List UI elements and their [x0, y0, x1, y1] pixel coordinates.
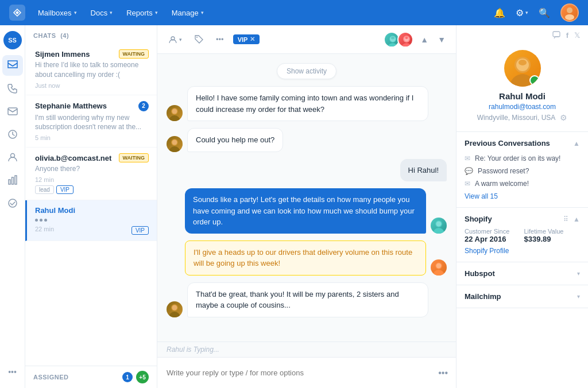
shopify-profile-link[interactable]: Shopify Profile	[465, 247, 580, 255]
svg-point-23	[169, 146, 180, 152]
notification-bell-button[interactable]: 🔔	[490, 3, 509, 22]
view-all-link[interactable]: View all 15	[465, 192, 580, 200]
email-icon-1: ✉	[465, 154, 470, 162]
shopify-section: Shopify ⠿ ▲ Customer Since 22 Apr 2016 L…	[457, 208, 588, 262]
chat-item-sijmen[interactable]: Sijmen Immens WAITING Hi there I'd like …	[25, 44, 157, 95]
location-settings-icon[interactable]: ⚙	[560, 113, 567, 122]
nav-manage[interactable]: Manage ▾	[166, 5, 210, 21]
svg-point-1	[565, 14, 574, 20]
show-activity-button[interactable]: Show activity	[277, 63, 336, 79]
nav-mailboxes[interactable]: Mailboxes ▾	[32, 5, 83, 21]
reply-bar: •••	[157, 357, 456, 388]
shopify-header[interactable]: Shopify ⠿ ▲	[465, 215, 580, 223]
customer-avatar	[167, 105, 183, 121]
prev-chat-button[interactable]: ▲	[418, 33, 431, 46]
mailchimp-section[interactable]: Mailchimp ▾	[457, 285, 588, 308]
user-initials-avatar[interactable]: SS	[3, 31, 22, 49]
agent-avatars	[384, 32, 413, 48]
mailchimp-chevron-icon: ▾	[577, 293, 580, 300]
messages-area[interactable]: Show activity Hello! I have some family …	[157, 54, 456, 342]
sidebar-icon-inbox[interactable]	[2, 55, 23, 76]
gear-icon: ⚙	[516, 7, 524, 18]
shopify-collapse-icon[interactable]: ▲	[573, 215, 580, 223]
chat-area: ▾ ••• VIP ✕	[157, 25, 456, 388]
chat-icon-2: 💬	[465, 167, 473, 175]
message-row: Could you help me out?	[167, 128, 447, 152]
svg-point-29	[433, 270, 444, 276]
sidebar-icon-phone[interactable]	[2, 78, 23, 99]
rahul-vip-tag: VIP	[131, 226, 149, 235]
unread-count-badge: 2	[138, 101, 149, 111]
profile-email[interactable]: rahulmodi@toast.com	[489, 103, 556, 111]
svg-point-16	[401, 43, 412, 48]
typing-dots	[35, 216, 149, 224]
collapse-icon[interactable]: ▲	[573, 139, 580, 148]
svg-rect-35	[553, 32, 560, 37]
svg-point-31	[436, 263, 442, 268]
top-navigation: Mailboxes ▾ Docs ▾ Reports ▾ Manage ▾ 🔔 …	[0, 0, 588, 25]
message-bubble-blue: Sounds like a party! Let's get the detai…	[185, 188, 426, 234]
lead-tag: lead	[35, 185, 54, 194]
typing-dot-3	[44, 219, 47, 222]
svg-point-20	[169, 115, 180, 121]
vip-filter-badge: VIP ✕	[233, 34, 260, 44]
facebook-icon[interactable]: f	[566, 31, 568, 41]
chat-icon[interactable]	[552, 31, 560, 41]
sidebar-icon-email[interactable]	[2, 101, 23, 122]
chat-item-rahul[interactable]: Rahul Modi 22 min VIP	[25, 200, 157, 241]
user-avatar[interactable]	[560, 3, 579, 22]
prev-conv-item-2[interactable]: 💬 Password reset?	[465, 165, 580, 177]
settings-button[interactable]: ⚙ ▾	[516, 7, 528, 18]
svg-point-34	[172, 305, 177, 310]
waiting-badge-olivia: WAITING	[119, 153, 149, 162]
nav-reports[interactable]: Reports ▾	[121, 5, 164, 21]
twitter-icon[interactable]: 𝕏	[574, 31, 580, 41]
chat-item-stephanie[interactable]: Stephanie Matthews 2 I'm still wondering…	[25, 95, 157, 148]
chats-panel: CHATS (4) Sijmen Immens WAITING Hi there…	[25, 25, 157, 388]
previous-conversations-header[interactable]: Previous Conversations ▲	[465, 139, 580, 148]
sidebar-more-button[interactable]: •••	[2, 362, 23, 382]
message-bubble-outgoing: Hi Rahul!	[400, 159, 447, 182]
agent2-avatar	[431, 259, 447, 276]
main-layout: SS	[0, 25, 588, 388]
svg-point-15	[391, 36, 394, 39]
svg-point-9	[9, 199, 17, 207]
assigned-section: ASSIGNED 1 +5	[25, 366, 157, 388]
message-bubble: Could you help me out?	[187, 128, 283, 152]
sidebar-icon-person[interactable]	[2, 147, 23, 168]
sidebar-icon-chart[interactable]	[2, 170, 23, 191]
profile-name: Rahul Modi	[499, 91, 546, 101]
settings-chevron-icon: ▾	[525, 10, 528, 15]
reply-input[interactable]	[167, 368, 432, 377]
chat-item-olivia[interactable]: olivia.b@comcast.net WAITING Anyone ther…	[25, 148, 157, 200]
waiting-badge: WAITING	[119, 49, 149, 59]
prev-conv-item-3[interactable]: ✉ A warm welcome!	[465, 177, 580, 190]
more-options-button[interactable]: •••	[212, 33, 227, 46]
chevron-down-icon: ▾	[179, 37, 182, 42]
svg-point-11	[196, 37, 198, 38]
reply-more-button[interactable]: •••	[438, 368, 448, 378]
chats-title: CHATS (4)	[33, 32, 69, 39]
profile-header: Rahul Modi rahulmodi@toast.com Windyvill…	[457, 41, 588, 132]
app-logo[interactable]	[9, 5, 25, 21]
message-bubble-alert: I'll give a heads up to our drivers that…	[185, 240, 426, 276]
svg-point-32	[169, 312, 180, 317]
hubspot-section[interactable]: Hubspot ▾	[457, 262, 588, 285]
chats-header: CHATS (4)	[25, 25, 157, 44]
prev-conv-item-1[interactable]: ✉ Re: Your order is on its way!	[465, 152, 580, 165]
next-chat-button[interactable]: ▼	[435, 33, 448, 46]
vip-close-button[interactable]: ✕	[250, 36, 255, 43]
sidebar-icon-check[interactable]	[2, 193, 23, 214]
svg-point-25	[172, 139, 177, 145]
svg-rect-3	[8, 108, 17, 115]
svg-point-22	[172, 109, 177, 114]
tag-button[interactable]	[191, 33, 207, 46]
svg-rect-7	[11, 177, 13, 184]
assign-button[interactable]: ▾	[165, 33, 185, 46]
typing-indicator: Rahul is Typing...	[157, 342, 456, 357]
profile-avatar	[504, 50, 541, 87]
search-button[interactable]: 🔍	[535, 3, 554, 22]
nav-docs[interactable]: Docs ▾	[85, 5, 119, 21]
sidebar-icon-clock[interactable]	[2, 124, 23, 145]
shopify-grid-icon[interactable]: ⠿	[563, 215, 568, 223]
